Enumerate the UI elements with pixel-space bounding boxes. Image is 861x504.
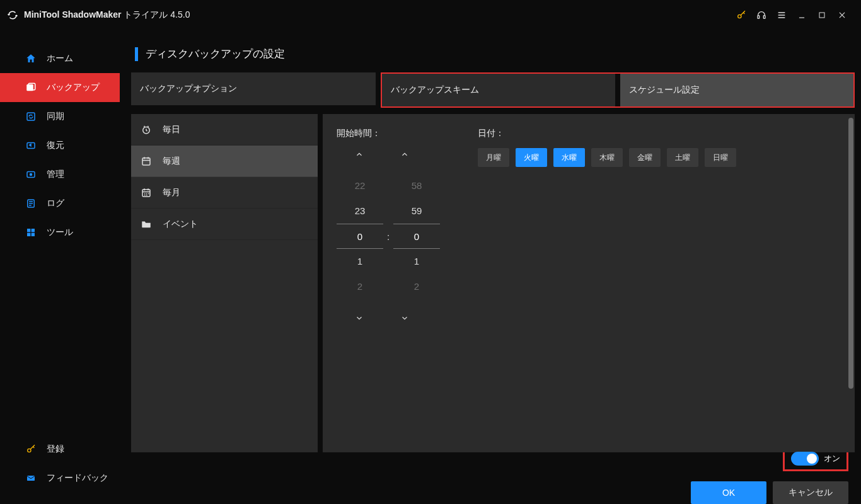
svg-rect-18 bbox=[142, 158, 150, 164]
footer: オン OK キャンセル bbox=[131, 452, 855, 498]
day-chip-mon[interactable]: 月曜 bbox=[478, 148, 509, 167]
tab-backup-options[interactable]: バックアップオプション bbox=[131, 72, 376, 105]
start-time-label: 開始時間： bbox=[337, 128, 440, 139]
sidebar-item-label: フィードバック bbox=[47, 472, 108, 484]
schedule-mode-weekly[interactable]: 毎週 bbox=[131, 146, 318, 177]
sidebar: ホーム バックアップ 同期 復元 管理 ログ ツール 登 bbox=[0, 30, 120, 504]
manage-icon bbox=[24, 168, 38, 181]
tab-label: バックアップスキーム bbox=[391, 84, 479, 96]
svg-rect-11 bbox=[27, 229, 30, 232]
schedule-mode-label: イベント bbox=[163, 219, 198, 230]
days-label: 日付： bbox=[478, 128, 736, 139]
app-title: MiniTool ShadowMaker トライアル 4.5.0 bbox=[24, 9, 190, 21]
day-chip-sun[interactable]: 日曜 bbox=[705, 148, 736, 167]
days-block: 日付： 月曜 火曜 水曜 木曜 金曜 土曜 日曜 bbox=[478, 128, 736, 337]
titlebar: MiniTool ShadowMaker トライアル 4.5.0 bbox=[0, 0, 861, 30]
hour-wheel[interactable]: 22 23 0 1 2 bbox=[337, 173, 383, 299]
calendar-month-icon bbox=[140, 186, 153, 199]
svg-rect-14 bbox=[32, 233, 35, 236]
sidebar-item-label: 復元 bbox=[47, 140, 64, 151]
key-icon bbox=[24, 442, 38, 456]
day-chip-sat[interactable]: 土曜 bbox=[667, 148, 698, 167]
schedule-mode-label: 毎日 bbox=[163, 124, 180, 135]
home-icon bbox=[24, 52, 38, 66]
ok-button[interactable]: OK bbox=[691, 481, 766, 504]
sidebar-item-tools[interactable]: ツール bbox=[0, 218, 120, 247]
schedule-detail-panel: 開始時間： 22 23 0 1 2 bbox=[323, 114, 855, 452]
headset-icon[interactable] bbox=[751, 5, 771, 25]
schedule-toggle[interactable] bbox=[791, 452, 819, 466]
restore-icon bbox=[24, 139, 38, 152]
svg-rect-1 bbox=[758, 16, 760, 19]
svg-rect-6 bbox=[27, 113, 35, 120]
hour-down-icon[interactable] bbox=[353, 312, 366, 324]
day-chip-tue[interactable]: 火曜 bbox=[516, 148, 547, 167]
day-chip-wed[interactable]: 水曜 bbox=[553, 148, 585, 167]
cancel-button[interactable]: キャンセル bbox=[773, 481, 848, 504]
scrollbar[interactable] bbox=[848, 118, 853, 389]
page-title: ディスクバックアップの設定 bbox=[146, 47, 285, 61]
svg-rect-16 bbox=[27, 476, 35, 481]
folder-icon bbox=[140, 218, 153, 231]
sync-icon bbox=[24, 110, 38, 123]
sidebar-item-backup[interactable]: バックアップ bbox=[0, 73, 120, 102]
sidebar-item-label: ツール bbox=[47, 227, 73, 238]
page-title-accent bbox=[135, 47, 138, 61]
day-chip-thu[interactable]: 木曜 bbox=[591, 148, 623, 167]
content: ディスクバックアップの設定 バックアップオプション バックアップスキーム スケジ… bbox=[120, 30, 861, 504]
sidebar-item-restore[interactable]: 復元 bbox=[0, 131, 120, 160]
hour-up-icon[interactable] bbox=[353, 148, 366, 161]
tab-label: スケジュール設定 bbox=[629, 84, 700, 96]
mail-icon bbox=[24, 471, 38, 485]
clock-icon bbox=[140, 123, 153, 136]
schedule-toggle-label: オン bbox=[824, 453, 840, 464]
sidebar-item-label: バックアップ bbox=[47, 82, 100, 93]
sidebar-item-sync[interactable]: 同期 bbox=[0, 102, 120, 131]
svg-rect-3 bbox=[819, 13, 824, 18]
svg-rect-2 bbox=[763, 16, 765, 19]
tab-label: バックアップオプション bbox=[140, 83, 237, 94]
tabs-row: バックアップオプション バックアップスキーム スケジュール設定 bbox=[131, 72, 855, 108]
backup-icon bbox=[24, 81, 38, 94]
schedule-mode-event[interactable]: イベント bbox=[131, 209, 318, 240]
sidebar-item-label: 管理 bbox=[47, 169, 64, 180]
schedule-mode-label: 毎月 bbox=[163, 187, 180, 198]
start-time-block: 開始時間： 22 23 0 1 2 bbox=[337, 128, 440, 337]
maximize-icon[interactable] bbox=[812, 5, 832, 25]
minute-up-icon[interactable] bbox=[398, 148, 411, 161]
key-icon[interactable] bbox=[731, 5, 751, 25]
calendar-week-icon bbox=[140, 155, 153, 168]
svg-rect-13 bbox=[27, 233, 30, 236]
sidebar-item-label: ログ bbox=[47, 198, 64, 209]
sidebar-item-feedback[interactable]: フィードバック bbox=[0, 464, 120, 493]
close-icon[interactable] bbox=[832, 5, 852, 25]
log-icon bbox=[24, 197, 38, 210]
minimize-icon[interactable] bbox=[792, 5, 812, 25]
schedule-mode-monthly[interactable]: 毎月 bbox=[131, 177, 318, 209]
sidebar-item-register[interactable]: 登録 bbox=[0, 435, 120, 464]
app-logo-icon bbox=[6, 9, 19, 21]
schedule-mode-label: 毎週 bbox=[163, 156, 180, 167]
sidebar-item-label: 登録 bbox=[47, 444, 64, 455]
tools-icon bbox=[24, 226, 38, 239]
time-colon: : bbox=[383, 173, 393, 299]
schedule-mode-daily[interactable]: 毎日 bbox=[131, 114, 318, 146]
sidebar-item-manage[interactable]: 管理 bbox=[0, 160, 120, 189]
sidebar-item-log[interactable]: ログ bbox=[0, 189, 120, 218]
sidebar-item-home[interactable]: ホーム bbox=[0, 44, 120, 73]
svg-point-9 bbox=[30, 174, 32, 176]
day-chip-fri[interactable]: 金曜 bbox=[629, 148, 661, 167]
svg-rect-12 bbox=[32, 229, 35, 232]
minute-down-icon[interactable] bbox=[398, 312, 411, 324]
menu-icon[interactable] bbox=[771, 5, 792, 25]
tab-schedule-settings[interactable]: スケジュール設定 bbox=[620, 74, 853, 106]
sidebar-item-label: ホーム bbox=[47, 53, 73, 64]
minute-wheel[interactable]: 58 59 0 1 2 bbox=[393, 173, 440, 299]
sidebar-item-label: 同期 bbox=[47, 111, 64, 122]
tab-backup-scheme[interactable]: バックアップスキーム bbox=[382, 74, 615, 106]
schedule-mode-list: 毎日 毎週 毎月 イベント bbox=[131, 114, 318, 452]
